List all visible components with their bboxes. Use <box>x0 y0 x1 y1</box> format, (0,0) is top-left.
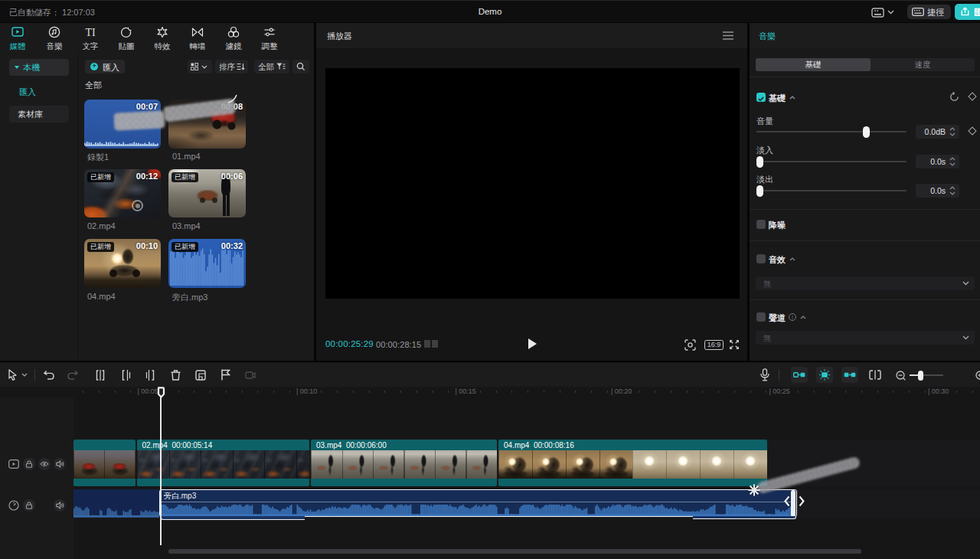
svg-text:TI: TI <box>85 27 96 38</box>
